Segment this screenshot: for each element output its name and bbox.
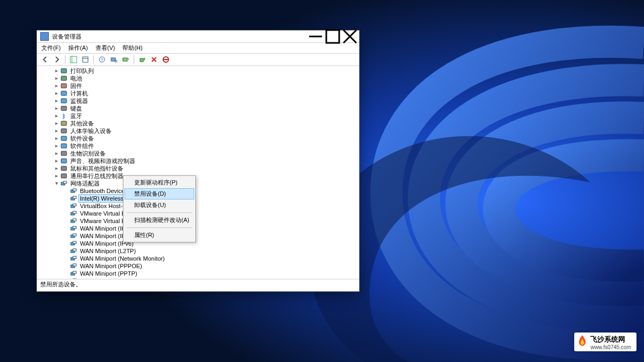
menu-view[interactable]: 查看(V) — [96, 44, 115, 52]
expand-toggle[interactable]: ▸ — [53, 165, 60, 172]
expand-toggle[interactable]: ▸ — [53, 90, 60, 97]
enable-device-button[interactable] — [137, 55, 147, 64]
expand-toggle[interactable]: ▸ — [53, 157, 60, 165]
tree-label[interactable]: 声音、视频和游戏控制器 — [69, 157, 136, 165]
tree-node[interactable]: ▸计算机 — [39, 90, 359, 97]
tree-node[interactable]: ▸打印队列 — [39, 67, 359, 75]
tree-node[interactable]: ▾网络适配器 — [39, 180, 359, 187]
expand-toggle[interactable]: ▸ — [53, 112, 60, 120]
tree-label[interactable]: 通用串行总线控制器 — [69, 172, 125, 180]
expand-toggle[interactable]: ▾ — [53, 180, 60, 187]
expand-toggle[interactable]: ▸ — [53, 150, 60, 157]
tree-node[interactable]: ▸固件 — [39, 82, 359, 90]
tree-node[interactable]: WAN Miniport (L2TP) — [39, 247, 359, 255]
back-button[interactable] — [40, 55, 50, 64]
expand-toggle[interactable]: ▸ — [53, 127, 60, 135]
watermark-name: 飞沙系统网 — [590, 335, 631, 344]
menubar: 文件(F) 操作(A) 查看(V) 帮助(H) — [37, 43, 359, 54]
tree-label[interactable]: WAN Miniport (PPTP) — [79, 270, 138, 277]
tree-node[interactable]: WAN Miniport (PPPOE) — [39, 262, 359, 270]
tree-label[interactable]: 网络适配器 — [69, 180, 101, 187]
tree-node[interactable]: VMware Virtual Ethernet Adap — [39, 210, 359, 217]
tree-label[interactable]: 计算机 — [69, 90, 89, 97]
expand-toggle[interactable]: ▸ — [53, 105, 60, 112]
menu-action[interactable]: 操作(A) — [68, 44, 88, 52]
tree-label[interactable]: 生物识别设备 — [69, 150, 107, 157]
tree-label[interactable]: WAN Miniport (PPPOE) — [79, 262, 143, 270]
tree-node[interactable]: ▸生物识别设备 — [39, 150, 359, 157]
tree-node[interactable]: ▸其他设备 — [39, 120, 359, 127]
tree-label[interactable]: 打印队列 — [69, 67, 95, 75]
ctx-update-driver[interactable]: 更新驱动程序(P) — [125, 177, 194, 188]
properties-button[interactable] — [80, 55, 90, 64]
update-driver-button[interactable] — [121, 55, 130, 64]
tree-node[interactable]: ▸人体学输入设备 — [39, 127, 359, 135]
scan-hardware-button[interactable] — [109, 55, 119, 64]
menu-help[interactable]: 帮助(H) — [122, 44, 142, 52]
tree-label[interactable]: WAN Miniport (Network Monitor) — [79, 255, 166, 262]
ctx-disable-device[interactable]: 禁用设备(D) — [125, 188, 194, 200]
forward-button[interactable] — [52, 55, 62, 64]
expand-toggle[interactable]: ▸ — [53, 67, 60, 75]
tree-node[interactable]: VirtualBox Host-Only Ethernet — [39, 202, 359, 210]
tree-label[interactable]: WAN Miniport (L2TP) — [79, 247, 137, 255]
tree-node[interactable]: ▸监视器 — [39, 97, 359, 105]
expand-toggle[interactable]: ▸ — [53, 135, 60, 142]
tree-node[interactable]: ▸键盘 — [39, 105, 359, 112]
tree-label[interactable]: 电池 — [69, 75, 83, 82]
tree-label[interactable]: 键盘 — [69, 105, 83, 112]
tree-node[interactable]: Intel(R) Wireless-AC 9260 160 — [39, 195, 359, 202]
uninstall-device-button[interactable] — [161, 55, 171, 64]
tree-node[interactable]: Bluetooth Device (Personal Area Network) — [39, 187, 359, 195]
ctx-uninstall-device[interactable]: 卸载设备(U) — [125, 200, 194, 211]
tree-node[interactable]: ▸软件组件 — [39, 142, 359, 150]
tree-node[interactable]: ▸声音、视频和游戏控制器 — [39, 157, 359, 165]
ctx-scan-hardware[interactable]: 扫描检测硬件改动(A) — [125, 215, 194, 226]
tree-label[interactable]: 软件设备 — [69, 135, 95, 142]
tree-node[interactable]: ▸鼠标和其他指针设备 — [39, 165, 359, 172]
expand-toggle[interactable]: ▸ — [53, 82, 60, 90]
expand-toggle[interactable]: ▸ — [53, 120, 60, 127]
tree-node[interactable]: VMware Virtual Ethernet Adap — [39, 217, 359, 225]
net-icon — [70, 270, 77, 277]
tree-label[interactable]: 软件组件 — [69, 142, 95, 150]
context-menu: 更新驱动程序(P) 禁用设备(D) 卸载设备(U) 扫描检测硬件改动(A) 属性… — [123, 175, 196, 242]
expand-toggle[interactable]: ▸ — [53, 75, 60, 82]
keyboard-icon — [60, 105, 68, 112]
menu-file[interactable]: 文件(F) — [41, 44, 61, 52]
tree-node[interactable]: ▸电池 — [39, 75, 359, 82]
svg-rect-39 — [73, 196, 76, 198]
device-tree[interactable]: ▸打印队列▸电池▸固件▸计算机▸监视器▸键盘▸蓝牙▸其他设备▸人体学输入设备▸软… — [37, 66, 359, 285]
toolbar-separator — [134, 55, 134, 64]
close-button[interactable] — [342, 32, 358, 41]
tree-label[interactable]: 固件 — [69, 82, 83, 90]
tree-node[interactable]: ▸软件设备 — [39, 135, 359, 142]
show-hide-tree-button[interactable] — [69, 55, 78, 64]
tree-label[interactable]: 鼠标和其他指针设备 — [69, 165, 125, 172]
tree-node[interactable]: WAN Miniport (IP) — [39, 232, 359, 240]
tree-label[interactable]: 人体学输入设备 — [69, 127, 113, 135]
tree-label[interactable]: 监视器 — [69, 97, 89, 105]
tree-label[interactable]: WAN Miniport (IP) — [79, 232, 128, 240]
svg-rect-30 — [61, 151, 67, 156]
titlebar[interactable]: 设备管理器 — [37, 31, 359, 43]
svg-rect-24 — [61, 99, 67, 103]
tree-node[interactable]: ▸蓝牙 — [39, 112, 359, 120]
tree-label[interactable]: 其他设备 — [69, 120, 95, 127]
expand-toggle[interactable]: ▸ — [53, 97, 60, 105]
mouse-icon — [60, 165, 68, 172]
minimize-button[interactable] — [308, 32, 324, 41]
tree-node[interactable]: WAN Miniport (Network Monitor) — [39, 255, 359, 262]
help-button[interactable]: ? — [97, 55, 107, 64]
maximize-button[interactable] — [325, 32, 341, 41]
expand-toggle[interactable]: ▸ — [53, 172, 60, 180]
tree-node[interactable]: WAN Miniport (PPTP) — [39, 270, 359, 277]
ctx-properties[interactable]: 属性(R) — [125, 230, 194, 241]
tree-node[interactable]: WAN Miniport (IPv6) — [39, 240, 359, 247]
tree-label[interactable]: 蓝牙 — [69, 112, 83, 120]
tree-node[interactable]: ▸通用串行总线控制器 — [39, 172, 359, 180]
firmware-icon — [60, 83, 68, 89]
disable-device-button[interactable] — [149, 55, 159, 64]
expand-toggle[interactable]: ▸ — [53, 142, 60, 150]
tree-node[interactable]: WAN Miniport (IKEv2) — [39, 225, 359, 232]
